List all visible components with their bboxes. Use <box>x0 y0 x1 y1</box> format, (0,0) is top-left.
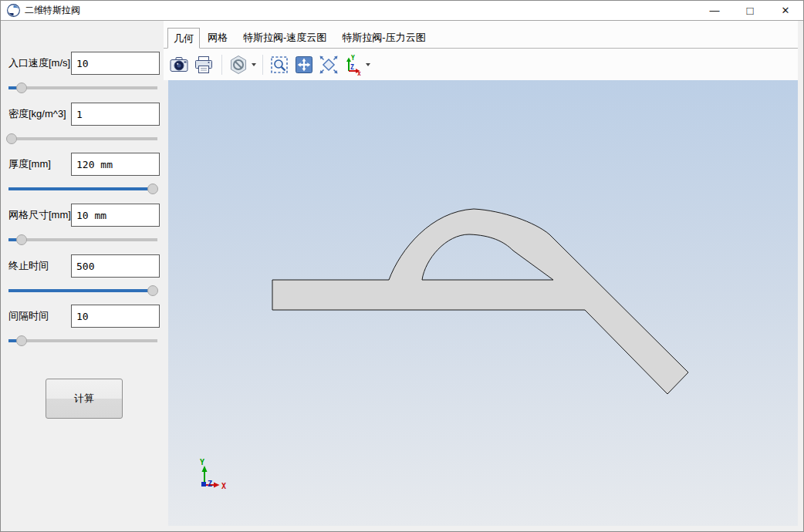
slider-thumb[interactable] <box>16 82 27 93</box>
density-slider[interactable] <box>8 133 157 144</box>
zoom-extents-icon <box>318 54 340 76</box>
geometry-drawing: Y X Z <box>168 80 798 526</box>
tesla-valve-shape <box>272 209 688 394</box>
pan-icon <box>293 54 315 76</box>
z-axis-label: Z <box>208 480 212 488</box>
tab-pressure-contour[interactable]: 特斯拉阀-压力云图 <box>334 28 433 48</box>
mesh-size-input[interactable] <box>71 204 160 227</box>
printer-icon <box>193 54 215 76</box>
slider-fill <box>8 187 153 190</box>
slider-thumb[interactable] <box>6 133 17 144</box>
zoom-disable-button[interactable] <box>227 53 256 76</box>
interval-time-input[interactable] <box>71 305 160 328</box>
camera-icon <box>168 54 190 76</box>
density-label: 密度[kg/m^3] <box>8 103 66 126</box>
slider-track <box>8 137 157 140</box>
slider-track <box>8 86 157 89</box>
dropdown-caret-icon <box>252 63 256 66</box>
zoom-window-button[interactable] <box>268 53 291 76</box>
slider-thumb[interactable] <box>16 234 27 245</box>
end-time-label: 终止时间 <box>8 254 49 278</box>
slider-thumb[interactable] <box>16 335 27 346</box>
axis-triad-icon: Y Z x <box>343 54 363 76</box>
slider-thumb[interactable] <box>147 285 158 296</box>
close-button[interactable]: ✕ <box>768 1 803 20</box>
window-controls: — □ ✕ <box>697 1 803 20</box>
density-input[interactable] <box>71 103 160 126</box>
main-area: 几何 网格 特斯拉阀-速度云图 特斯拉阀-压力云图 <box>163 21 803 531</box>
view-orientation-button[interactable]: Y Z x <box>342 53 371 76</box>
x-axis-label: X <box>221 482 226 490</box>
geometry-canvas[interactable]: Y X Z <box>168 80 798 526</box>
app-window: 二维特斯拉阀 — □ ✕ 入口速度[m/s] 密度[kg/m^3] <box>0 0 804 532</box>
snapshot-button[interactable] <box>167 53 191 76</box>
slider-track <box>8 238 157 241</box>
mesh-size-row: 网格尺寸[mm] <box>1 204 163 247</box>
end-time-slider[interactable] <box>8 285 157 296</box>
inlet-velocity-label: 入口速度[m/s] <box>8 52 70 75</box>
maximize-button[interactable]: □ <box>732 1 768 20</box>
svg-text:Y: Y <box>351 55 355 62</box>
toolbar-separator <box>262 55 263 75</box>
tab-mesh[interactable]: 网格 <box>200 28 235 48</box>
titlebar: 二维特斯拉阀 — □ ✕ <box>1 1 803 21</box>
thickness-label: 厚度[mm] <box>8 153 51 176</box>
app-logo-icon <box>7 4 20 17</box>
tab-velocity-contour[interactable]: 特斯拉阀-速度云图 <box>235 28 334 48</box>
y-axis-label: Y <box>200 458 204 466</box>
print-button[interactable] <box>192 53 215 76</box>
coordinate-triad: Y X Z <box>200 458 226 490</box>
thickness-slider[interactable] <box>8 184 157 194</box>
inlet-velocity-slider[interactable] <box>8 82 157 93</box>
svg-text:x: x <box>357 70 361 76</box>
interval-time-label: 间隔时间 <box>8 305 49 328</box>
compute-button[interactable]: 计算 <box>46 379 123 419</box>
thickness-input[interactable] <box>71 153 160 176</box>
end-time-input[interactable] <box>71 254 160 278</box>
mesh-size-slider[interactable] <box>8 234 157 245</box>
svg-text:Z: Z <box>350 64 354 71</box>
prohibit-icon <box>228 54 249 76</box>
z-axis-dot <box>201 482 206 487</box>
zoom-extents-button[interactable] <box>317 53 340 76</box>
dropdown-caret-icon <box>366 63 370 66</box>
window-content: 入口速度[m/s] 密度[kg/m^3] 厚度[mm] <box>1 21 803 531</box>
slider-track <box>8 339 157 342</box>
thickness-row: 厚度[mm] <box>1 153 163 196</box>
end-time-row: 终止时间 <box>1 254 163 298</box>
tab-bar: 几何 网格 特斯拉阀-速度云图 特斯拉阀-压力云图 <box>164 21 798 49</box>
window-title: 二维特斯拉阀 <box>25 1 80 20</box>
density-row: 密度[kg/m^3] <box>1 103 163 146</box>
interval-time-slider[interactable] <box>8 335 157 346</box>
minimize-button[interactable]: — <box>697 1 732 20</box>
inlet-velocity-row: 入口速度[m/s] <box>1 52 163 95</box>
toolbar-separator <box>221 55 222 75</box>
tab-geometry[interactable]: 几何 <box>167 28 200 49</box>
graphics-toolbar: Y Z x <box>164 49 798 80</box>
mesh-size-label: 网格尺寸[mm] <box>8 204 71 227</box>
interval-time-row: 间隔时间 <box>1 305 163 348</box>
pan-button[interactable] <box>292 53 316 76</box>
inlet-velocity-input[interactable] <box>71 52 160 75</box>
zoom-box-icon <box>269 54 290 76</box>
slider-thumb[interactable] <box>147 184 158 194</box>
slider-fill <box>8 289 153 292</box>
parameter-panel: 入口速度[m/s] 密度[kg/m^3] 厚度[mm] <box>1 21 163 531</box>
